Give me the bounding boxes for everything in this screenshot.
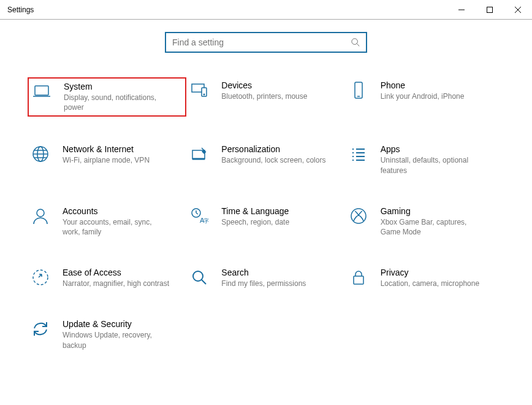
time-lang-icon: A字 [189, 206, 209, 226]
tile-ease-of-access[interactable]: Ease of Access Narrator, magnifier, high… [28, 264, 186, 291]
close-button[interactable] [504, 0, 532, 19]
tile-devices-title: Devices [221, 80, 307, 90]
tile-devices-desc: Bluetooth, printers, mouse [221, 91, 307, 101]
search-area [0, 32, 532, 53]
svg-point-29 [37, 209, 44, 217]
tile-system-title: System [64, 82, 171, 91]
tile-ease-desc: Narrator, magnifier, high contrast [63, 279, 169, 288]
tile-apps-desc: Uninstall, defaults, optional features [381, 155, 488, 175]
svg-rect-6 [35, 86, 48, 95]
tile-time-language[interactable]: A字 Time & Language Speech, region, date [186, 203, 345, 240]
tile-personalization-title: Personalization [221, 144, 325, 154]
tile-privacy-desc: Location, camera, microphone [381, 279, 479, 288]
svg-rect-11 [355, 82, 362, 98]
window-controls [447, 0, 532, 19]
list-icon [349, 144, 368, 164]
svg-line-38 [202, 280, 206, 284]
tile-gaming-title: Gaming [381, 206, 488, 216]
phone-icon [349, 80, 368, 100]
search-input[interactable] [172, 37, 351, 47]
globe-icon [31, 144, 50, 164]
tile-accounts[interactable]: Accounts Your accounts, email, sync, wor… [28, 203, 186, 240]
search-box[interactable] [165, 32, 367, 53]
settings-grid: System Display, sound, notifications, po… [0, 77, 532, 353]
tile-system-desc: Display, sound, notifications, power [64, 93, 171, 112]
sync-icon [31, 319, 50, 339]
magnify-icon [189, 268, 209, 287]
tile-timelang-title: Time & Language [221, 206, 289, 216]
maximize-button[interactable] [476, 0, 504, 19]
svg-point-4 [352, 39, 358, 45]
tile-search-title: Search [221, 268, 306, 277]
tile-privacy-title: Privacy [381, 268, 479, 277]
tile-accounts-title: Accounts [63, 206, 170, 216]
tile-network[interactable]: Network & Internet Wi-Fi, airplane mode,… [28, 141, 186, 178]
tile-devices[interactable]: Devices Bluetooth, printers, mouse [186, 77, 345, 117]
titlebar: Settings [0, 0, 532, 20]
tile-phone-title: Phone [381, 80, 465, 90]
devices-icon [189, 80, 209, 100]
svg-text:字: 字 [203, 218, 209, 224]
tile-network-desc: Wi-Fi, airplane mode, VPN [63, 155, 150, 165]
tile-phone-desc: Link your Android, iPhone [381, 91, 465, 101]
tile-system[interactable]: System Display, sound, notifications, po… [28, 77, 186, 117]
tile-update-security[interactable]: Update & Security Windows Update, recove… [28, 316, 186, 353]
tile-apps[interactable]: Apps Uninstall, defaults, optional featu… [346, 141, 504, 178]
tile-accounts-desc: Your accounts, email, sync, work, family [63, 217, 170, 237]
tile-network-title: Network & Internet [63, 144, 150, 154]
svg-line-32 [196, 213, 198, 214]
tile-privacy[interactable]: Privacy Location, camera, microphone [346, 264, 504, 291]
xbox-icon [349, 206, 368, 226]
tile-personalization-desc: Background, lock screen, colors [221, 155, 325, 165]
svg-point-37 [193, 271, 203, 281]
tile-gaming-desc: Xbox Game Bar, captures, Game Mode [381, 217, 488, 237]
svg-point-10 [204, 94, 205, 94]
tile-ease-title: Ease of Access [63, 268, 169, 277]
lock-icon [349, 268, 368, 287]
search-icon [351, 37, 360, 47]
tile-gaming[interactable]: Gaming Xbox Game Bar, captures, Game Mod… [346, 203, 504, 240]
brush-icon [189, 144, 209, 164]
tile-apps-title: Apps [381, 144, 488, 154]
person-icon [31, 206, 50, 226]
laptop-icon [32, 82, 51, 101]
tile-personalization[interactable]: Personalization Background, lock screen,… [186, 141, 345, 178]
svg-point-36 [33, 270, 48, 285]
tile-timelang-desc: Speech, region, date [221, 217, 289, 227]
tile-update-desc: Windows Update, recovery, backup [63, 330, 170, 350]
tile-search[interactable]: Search Find my files, permissions [186, 264, 345, 291]
tile-phone[interactable]: Phone Link your Android, iPhone [346, 77, 504, 117]
window-title: Settings [7, 6, 34, 14]
svg-line-5 [357, 44, 359, 46]
tile-update-title: Update & Security [63, 319, 170, 329]
svg-rect-1 [487, 7, 493, 12]
ease-icon [31, 268, 50, 287]
minimize-button[interactable] [447, 0, 476, 19]
tile-search-desc: Find my files, permissions [221, 279, 306, 288]
svg-rect-39 [354, 276, 363, 284]
